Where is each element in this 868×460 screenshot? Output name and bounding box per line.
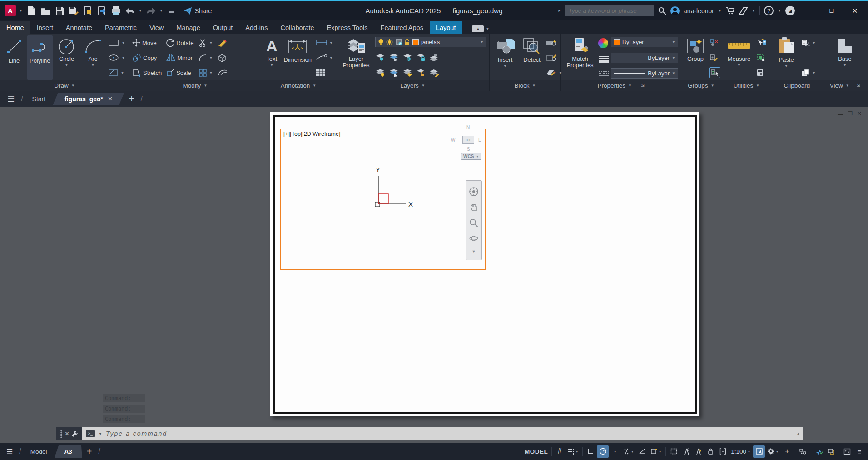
circle-button[interactable]: Circle ▼ [55, 35, 79, 80]
move-button[interactable]: Move [132, 37, 162, 48]
model-paper-toggle[interactable]: MODEL [523, 445, 550, 458]
layer-lock-icon[interactable] [416, 54, 426, 61]
fillet-button[interactable]: ▼ [198, 52, 213, 63]
layer-freeze-sun-icon[interactable] [402, 69, 413, 77]
group-button[interactable]: Group [684, 35, 707, 80]
isolate-layers-icon[interactable] [825, 445, 837, 458]
close-button[interactable]: ✕ [845, 4, 864, 18]
viewcube-north[interactable]: N [466, 125, 470, 130]
qat-customize-icon[interactable]: ▬ [166, 5, 177, 16]
mirror-button[interactable]: Mirror [166, 52, 193, 63]
insert-caret-icon[interactable]: ▼ [503, 64, 507, 68]
erase-button[interactable] [218, 37, 228, 48]
workspace-switching-icon[interactable]: ▼ [765, 445, 781, 458]
lineweight-dropdown[interactable]: ByLayer ▼ [611, 53, 678, 63]
properties-dialog-launcher-icon[interactable]: ⇲ [641, 83, 645, 88]
lineweight-icon[interactable] [598, 55, 609, 63]
clean-screen-icon[interactable] [841, 445, 853, 458]
ortho-toggle-icon[interactable] [585, 445, 596, 458]
panel-label-draw[interactable]: Draw▼ [0, 80, 129, 91]
plot-icon[interactable] [110, 5, 121, 16]
command-close-icon[interactable]: ✕ [64, 430, 69, 437]
base-caret-icon[interactable]: ▼ [843, 63, 847, 67]
app-menu-button[interactable]: A [5, 5, 16, 16]
color-wheel-icon[interactable] [598, 38, 608, 48]
layer-unlock-all-icon[interactable] [416, 69, 426, 77]
command-line-grip[interactable]: ✕ [56, 427, 82, 440]
maximize-button[interactable]: ☐ [822, 4, 841, 18]
explode-button[interactable] [218, 52, 228, 63]
osnap-toggle-icon[interactable]: ▼ [649, 445, 664, 458]
layer-off-icon[interactable] [375, 54, 386, 61]
layer-on-icon[interactable] [378, 39, 384, 45]
zoom-icon[interactable] [469, 218, 478, 228]
annotation-visibility-icon[interactable] [680, 445, 692, 458]
app-menu-caret-icon[interactable]: ▼ [19, 9, 23, 13]
open-from-web-mobile-icon[interactable] [82, 5, 93, 16]
file-tabs-menu-icon[interactable]: ☰ [4, 94, 18, 104]
help-icon[interactable]: ? [764, 6, 774, 15]
user-avatar[interactable] [670, 6, 680, 15]
layer-dropdown-caret-icon[interactable]: ▼ [480, 40, 484, 44]
layer-color-swatch[interactable] [412, 39, 419, 45]
detect-button[interactable]: Detect [520, 35, 544, 80]
block-editor-icon[interactable]: ▼ [546, 67, 562, 78]
viewcube-top-face[interactable]: TOP [462, 136, 474, 144]
tab-parametric[interactable]: Parametric [99, 21, 143, 34]
new-file-icon[interactable] [26, 5, 37, 16]
layer-properties-button[interactable]: LayerProperties [339, 35, 373, 80]
open-file-icon[interactable] [40, 5, 51, 16]
table-icon[interactable] [316, 67, 333, 78]
layer-sun-icon[interactable] [386, 39, 393, 45]
fillet-caret-icon[interactable]: ▼ [209, 56, 213, 60]
tab-addins[interactable]: Add-ins [239, 21, 274, 34]
app-store-cart-icon[interactable] [726, 7, 735, 15]
doc-minimize-icon[interactable]: ▬ [838, 110, 843, 117]
ui-lock-icon[interactable] [704, 445, 716, 458]
object-color-dropdown[interactable]: ByLayer ▼ [611, 37, 678, 47]
array-caret-icon[interactable]: ▼ [209, 71, 213, 75]
user-menu-caret-icon[interactable]: ▼ [718, 9, 722, 13]
file-tab-active-doc[interactable]: figuras_geo* ✕ [53, 93, 124, 105]
paste-button[interactable]: Paste ▼ [775, 35, 798, 80]
layout-tab-a3[interactable]: A3 [55, 445, 82, 458]
redo-icon[interactable] [145, 5, 156, 16]
viewcube-east[interactable]: E [478, 138, 481, 143]
viewport-scale-button[interactable]: 1:100▼ [729, 445, 753, 458]
tab-featured-apps[interactable]: Featured Apps [374, 21, 430, 34]
navigation-bar[interactable]: ▼ [466, 180, 482, 260]
group-edit-icon[interactable] [709, 52, 720, 63]
layer-thaw-all-icon[interactable] [389, 69, 400, 77]
isolate-objects-icon[interactable] [797, 445, 809, 458]
layout-paper[interactable]: [+][Top][2D Wireframe] Y X N W TOP E S W… [270, 112, 699, 416]
trim-button[interactable]: ▼ [198, 37, 213, 48]
text-caret-icon[interactable]: ▼ [270, 63, 273, 67]
view-dialog-launcher-icon[interactable]: ⇲ [857, 83, 860, 88]
command-recent-caret-icon[interactable]: ▼ [99, 432, 102, 436]
orbit-icon[interactable] [469, 234, 478, 243]
tab-home[interactable]: Home [0, 21, 30, 34]
share-button[interactable]: Share [183, 7, 212, 15]
layer-vp-freeze-icon[interactable] [395, 39, 402, 45]
linetype-icon[interactable] [598, 70, 609, 77]
line-button[interactable]: Line [3, 35, 25, 80]
autodesk-logo-icon[interactable] [739, 7, 748, 15]
full-navigation-wheel-icon[interactable] [469, 187, 479, 197]
command-prompt-icon[interactable]: >_ [86, 430, 95, 437]
stretch-button[interactable]: Stretch [132, 67, 162, 78]
selection-cycling-icon[interactable] [668, 445, 680, 458]
annotation-autoscale-icon[interactable] [692, 445, 704, 458]
layer-match-icon[interactable] [429, 69, 440, 77]
panel-label-modify[interactable]: Modify▼ [129, 80, 261, 91]
copy-clip-icon[interactable]: ▼ [801, 67, 816, 78]
redo-caret-icon[interactable]: ▼ [159, 9, 163, 13]
paste-caret-icon[interactable]: ▼ [784, 64, 788, 68]
insert-block-button[interactable]: Insert ▼ [492, 35, 518, 80]
save-icon[interactable] [54, 5, 65, 16]
panel-label-clipboard[interactable]: Clipboard [772, 80, 822, 91]
wcs-menu[interactable]: WCS▼ [461, 153, 481, 160]
showmotion-icon[interactable]: ▼ [472, 249, 476, 254]
panel-label-properties[interactable]: Properties▼⇲ [561, 80, 681, 91]
tab-view[interactable]: View [143, 21, 170, 34]
ellipse-tool-icon[interactable]: ▼ [108, 52, 125, 63]
